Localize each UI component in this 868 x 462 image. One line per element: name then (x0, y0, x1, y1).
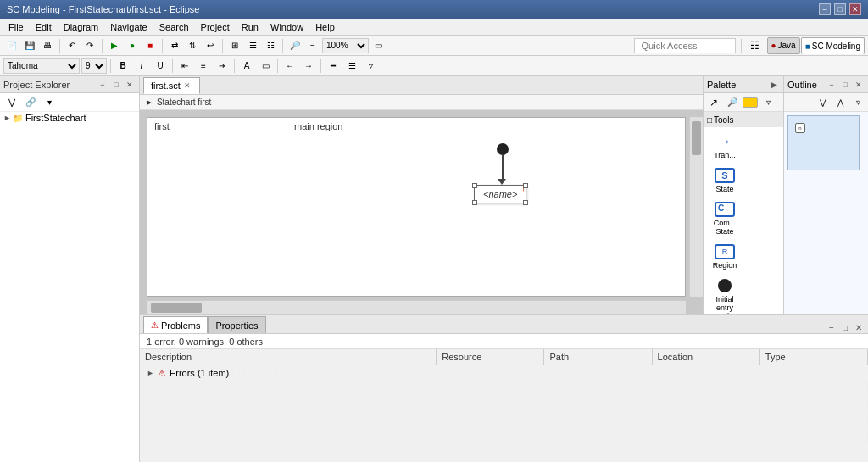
diagram-canvas[interactable]: first main region (147, 117, 686, 297)
problems-maximize-btn[interactable]: □ (839, 321, 851, 333)
error-group-expand-icon[interactable]: ► (147, 369, 154, 377)
outline-menu-btn[interactable]: ▿ (849, 94, 866, 111)
link-with-editor-btn[interactable]: 🔗 (22, 94, 39, 111)
line-width-btn[interactable]: ☰ (343, 58, 360, 75)
col-type[interactable]: Type (760, 349, 867, 365)
horizontal-scrollbar-thumb[interactable] (151, 303, 202, 313)
maximize-panel-icon[interactable]: □ (110, 79, 122, 91)
toolbar-print-btn[interactable]: 🖶 (39, 37, 56, 54)
toolbar-zoomout-btn[interactable]: − (304, 37, 321, 54)
state-box[interactable]: <name> ! (474, 185, 526, 203)
resize-handle-tl[interactable] (472, 183, 477, 188)
underline-btn[interactable]: U (152, 58, 169, 75)
menu-help[interactable]: Help (310, 20, 340, 34)
resize-handle-bl[interactable] (472, 200, 477, 205)
quick-access-input[interactable] (634, 38, 736, 53)
palette-zoom-btn[interactable]: 🔎 (724, 94, 741, 111)
outline-expand-btn[interactable]: ⋀ (832, 94, 849, 111)
palette-item-region[interactable]: R Region (705, 239, 744, 273)
align-right-btn[interactable]: ⇥ (214, 58, 231, 75)
arrow-end-btn[interactable]: → (300, 58, 317, 75)
problems-minimize-btn[interactable]: − (826, 321, 837, 333)
editor-tab-firstsct[interactable]: first.sct ✕ (143, 77, 200, 94)
menu-run[interactable]: Run (236, 20, 264, 34)
font-color-btn[interactable]: A (238, 58, 255, 75)
palette-tools-header[interactable]: □ Tools (704, 112, 783, 127)
close-btn[interactable]: ✕ (849, 3, 861, 15)
connect-style-btn[interactable]: ▿ (362, 58, 379, 75)
toolbar-grid-btn[interactable]: ⊞ (226, 37, 243, 54)
toolbar-run-btn[interactable]: ▶ (106, 37, 123, 54)
toolbar-save-btn[interactable]: 💾 (21, 37, 38, 54)
minimize-btn[interactable]: – (819, 3, 831, 15)
toolbar-debug-btn[interactable]: ● (124, 37, 141, 54)
toolbar-btn-b[interactable]: ⇅ (184, 37, 201, 54)
col-location[interactable]: Location (652, 349, 760, 365)
zoom-select[interactable]: 100% 75% 50% 150% 200% (322, 38, 369, 53)
menu-project[interactable]: Project (196, 20, 235, 34)
align-center-btn[interactable]: ≡ (195, 58, 212, 75)
font-family-select[interactable]: Tahoma (3, 58, 80, 74)
line-style-btn[interactable]: ━ (325, 58, 342, 75)
editor-tab-close-icon[interactable]: ✕ (184, 81, 191, 90)
vertical-scrollbar-thumb[interactable] (692, 121, 701, 155)
arrow-start-btn[interactable]: ← (281, 58, 298, 75)
palette-item-transition[interactable]: → Tran... (705, 129, 744, 163)
menu-window[interactable]: Window (265, 20, 309, 34)
toolbar-btn-c[interactable]: ↩ (202, 37, 219, 54)
col-resource[interactable]: Resource (437, 349, 544, 365)
horizontal-scrollbar[interactable] (147, 300, 686, 314)
menu-edit[interactable]: Edit (31, 20, 57, 34)
outline-close-btn[interactable]: ✕ (853, 79, 865, 91)
collapse-all-btn[interactable]: ⋁ (3, 94, 20, 111)
palette-item-composite[interactable]: Com... State (705, 197, 744, 239)
line-color-btn[interactable]: ▭ (257, 58, 274, 75)
menu-diagram[interactable]: Diagram (58, 20, 104, 34)
explorer-menu-btn[interactable]: ▾ (41, 94, 58, 111)
col-path[interactable]: Path (544, 349, 652, 365)
tree-item-firststatechart[interactable]: ► 📁 FirstStatechart (0, 112, 139, 124)
error-group-row[interactable]: ► ⚠ Errors (1 item) (140, 365, 437, 382)
properties-tab[interactable]: Properties (208, 316, 265, 333)
toolbar-fit-btn[interactable]: ▭ (370, 37, 387, 54)
resize-handle-tr[interactable] (523, 183, 528, 188)
resize-handle-br[interactable] (523, 200, 528, 205)
palette-color-btn[interactable] (743, 97, 758, 108)
outline-collapse-btn[interactable]: ⋁ (814, 94, 831, 111)
palette-toggle-btn[interactable]: ▶ (768, 79, 780, 91)
toolbar-redo-btn[interactable]: ↷ (81, 37, 98, 54)
font-size-select[interactable]: 9 10 11 12 (81, 58, 107, 74)
outline-max-btn[interactable]: □ (839, 79, 851, 91)
palette-item-state[interactable]: S State (705, 163, 744, 197)
persp-java-btn[interactable]: ● Java (767, 37, 800, 54)
toolbar-btn-a[interactable]: ⇄ (166, 37, 183, 54)
palette-more-btn[interactable]: ▿ (760, 94, 776, 111)
bold-btn[interactable]: B (114, 58, 131, 75)
palette-select-btn[interactable]: ↗ (705, 94, 722, 111)
open-perspective-btn[interactable]: ☷ (747, 37, 764, 54)
toolbar-zoomin-btn[interactable]: 🔎 (287, 37, 303, 54)
close-panel-icon[interactable]: ✕ (124, 79, 136, 91)
problems-tab[interactable]: ⚠ Problems (143, 316, 208, 333)
align-left-btn[interactable]: ⇤ (176, 58, 193, 75)
outline-mini-view[interactable]: n (784, 112, 868, 314)
menu-navigate[interactable]: Navigate (105, 20, 152, 34)
menu-file[interactable]: File (3, 20, 29, 34)
toolbar-stop-btn[interactable]: ■ (142, 37, 159, 54)
palette-item-initial[interactable]: Initial entry node (705, 273, 744, 314)
menu-search[interactable]: Search (154, 20, 194, 34)
initial-node[interactable] (497, 143, 509, 155)
italic-btn[interactable]: I (133, 58, 150, 75)
outline-min-btn[interactable]: − (826, 79, 837, 91)
toolbar-align-btn[interactable]: ☰ (244, 37, 261, 54)
toolbar-dist-btn[interactable]: ☷ (262, 37, 279, 54)
minimize-panel-icon[interactable]: − (97, 79, 108, 91)
persp-scmodeling-btn[interactable]: ■ SC Modeling (801, 37, 865, 54)
col-description[interactable]: Description (140, 349, 437, 365)
breadcrumb-item[interactable]: Statechart first (157, 97, 211, 107)
problems-close-btn[interactable]: ✕ (853, 321, 865, 333)
toolbar-undo-btn[interactable]: ↶ (64, 37, 81, 54)
maximize-btn[interactable]: □ (834, 3, 846, 15)
toolbar-new-btn[interactable]: 📄 (3, 37, 20, 54)
editor-canvas[interactable]: first main region (140, 110, 703, 314)
